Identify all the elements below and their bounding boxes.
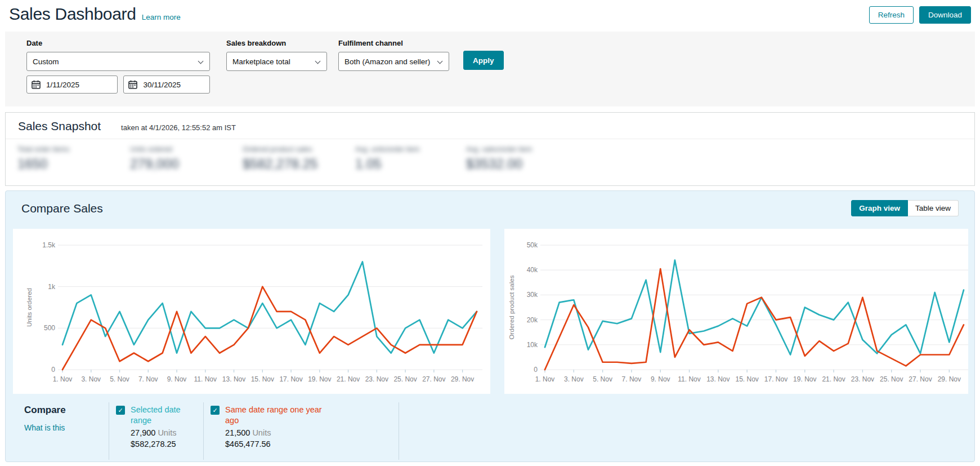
chevron-down-icon	[437, 59, 443, 64]
units-ordered-chart: 05001k1.5k1. Nov3. Nov5. Nov7. Nov9. Nov…	[13, 229, 490, 394]
x-tick-label: 27. Nov	[422, 375, 445, 383]
x-tick-label: 9. Nov	[651, 375, 670, 383]
snapshot-title: Sales Snapshot	[18, 119, 101, 133]
fulfilment-channel-label: Fulfilment channel	[338, 39, 449, 47]
y-tick-label: 40k	[527, 266, 538, 274]
fulfilment-channel-select[interactable]: Both (Amazon and seller)	[338, 52, 449, 71]
chevron-down-icon	[315, 59, 321, 64]
chevron-down-icon	[198, 59, 204, 64]
compare-legend-title: Compare	[24, 405, 109, 416]
date-from-input[interactable]	[45, 80, 113, 90]
x-tick-label: 25. Nov	[880, 375, 903, 383]
x-tick-label: 19. Nov	[308, 375, 331, 383]
metric-value: 1650	[17, 156, 130, 172]
y-tick-label: 1k	[48, 283, 56, 291]
sales-breakdown-value: Marketplace total	[232, 57, 290, 66]
sales-breakdown-select[interactable]: Marketplace total	[226, 52, 327, 71]
ordered-product-sales-chart-panel: 010k20k30k40k50k1. Nov3. Nov5. Nov7. Nov…	[504, 229, 968, 394]
y-tick-label: 20k	[527, 316, 538, 324]
x-tick-label: 1. Nov	[53, 375, 73, 383]
metric-value: 279,000	[130, 156, 243, 172]
x-tick-label: 17. Nov	[279, 375, 302, 383]
x-tick-label: 25. Nov	[393, 375, 417, 383]
date-range-value: Custom	[33, 57, 59, 66]
x-tick-label: 3. Nov	[81, 375, 101, 383]
x-tick-label: 23. Nov	[851, 375, 874, 383]
filter-bar: Date Custom	[5, 32, 975, 106]
x-tick-label: 3. Nov	[564, 375, 584, 383]
x-tick-label: 13. Nov	[706, 375, 730, 383]
y-tick-label: 0	[534, 366, 538, 374]
date-from-field[interactable]	[26, 76, 118, 94]
x-tick-label: 29. Nov	[938, 375, 961, 383]
series-line	[545, 260, 964, 355]
legend-checkbox[interactable]: ✓	[211, 406, 220, 415]
x-tick-label: 5. Nov	[593, 375, 612, 383]
apply-button[interactable]: Apply	[463, 51, 504, 70]
x-tick-label: 17. Nov	[764, 375, 787, 383]
compare-sales-title: Compare Sales	[21, 202, 103, 215]
metric-label: Total order items	[17, 145, 130, 153]
snapshot-metric: Units ordered279,000	[130, 145, 243, 172]
download-button[interactable]: Download	[919, 6, 971, 24]
x-tick-label: 7. Nov	[138, 375, 158, 383]
legend-item: ✓Selected date range27,900 Units$582,278…	[109, 402, 203, 460]
snapshot-metric: Total order items1650	[17, 145, 130, 172]
date-filter-label: Date	[26, 39, 210, 47]
y-tick-label: 500	[44, 324, 55, 332]
date-range-select[interactable]: Custom	[26, 52, 210, 71]
legend-units: 21,500 Units	[225, 428, 326, 437]
legend-items: ✓Selected date range27,900 Units$582,278…	[109, 402, 399, 460]
snapshot-metric: Avg. sales/order item$3532.00	[466, 145, 577, 172]
x-tick-label: 29. Nov	[451, 375, 474, 383]
x-tick-label: 15. Nov	[735, 375, 758, 383]
fulfilment-channel-value: Both (Amazon and seller)	[344, 57, 430, 66]
legend-sales: $465,477.56	[225, 440, 326, 449]
x-tick-label: 11. Nov	[678, 375, 700, 383]
legend-checkbox[interactable]: ✓	[116, 406, 125, 415]
metric-label: Avg. units/order item	[355, 145, 466, 153]
sales-breakdown-label: Sales breakdown	[226, 39, 327, 47]
sales-snapshot-section: Sales Snapshot taken at 4/1/2026, 12:55:…	[5, 112, 975, 186]
date-to-field[interactable]	[123, 76, 210, 94]
x-tick-label: 7. Nov	[622, 375, 642, 383]
legend-sales: $582,278.25	[131, 440, 203, 449]
date-to-input[interactable]	[142, 80, 205, 90]
calendar-icon	[32, 80, 41, 89]
table-view-button[interactable]: Table view	[908, 200, 959, 216]
units-ordered-chart-panel: 05001k1.5k1. Nov3. Nov5. Nov7. Nov9. Nov…	[13, 229, 490, 394]
x-tick-label: 13. Nov	[222, 375, 245, 383]
view-toggle: Graph view Table view	[851, 200, 959, 216]
x-tick-label: 5. Nov	[110, 375, 129, 383]
snapshot-metric: Ordered product sales$582,278.25	[243, 145, 355, 172]
metric-label: Ordered product sales	[243, 145, 355, 153]
x-tick-label: 27. Nov	[909, 375, 932, 383]
y-axis-label: Units ordered	[26, 288, 33, 327]
x-tick-label: 19. Nov	[793, 375, 816, 383]
x-tick-label: 1. Nov	[535, 375, 555, 383]
what-is-this-link[interactable]: What is this	[24, 423, 109, 432]
refresh-button[interactable]: Refresh	[869, 6, 914, 24]
series-line	[62, 261, 477, 353]
x-tick-label: 21. Nov	[337, 375, 360, 383]
legend-series-name: Same date range one year ago	[225, 405, 326, 426]
x-tick-label: 23. Nov	[365, 375, 388, 383]
learn-more-link[interactable]: Learn more	[142, 13, 181, 21]
y-tick-label: 30k	[527, 291, 538, 299]
x-tick-label: 11. Nov	[194, 375, 217, 383]
calendar-icon	[128, 80, 137, 89]
metric-label: Avg. sales/order item	[466, 145, 577, 153]
metric-label: Units ordered	[130, 145, 243, 153]
graph-view-button[interactable]: Graph view	[851, 200, 908, 216]
x-tick-label: 9. Nov	[167, 375, 187, 383]
snapshot-taken-at: taken at 4/1/2026, 12:55:52 am IST	[121, 123, 236, 132]
page-title: Sales Dashboard	[9, 5, 136, 24]
page-header: Sales Dashboard Learn more Refresh Downl…	[0, 0, 980, 29]
metric-value: $582,278.25	[243, 156, 355, 172]
series-line	[545, 269, 964, 370]
snapshot-metrics-row: Total order items1650Units ordered279,00…	[6, 139, 974, 172]
legend-divider	[399, 402, 399, 460]
x-tick-label: 21. Nov	[822, 375, 845, 383]
y-tick-label: 50k	[527, 241, 538, 249]
metric-value: 1.05	[355, 156, 466, 172]
